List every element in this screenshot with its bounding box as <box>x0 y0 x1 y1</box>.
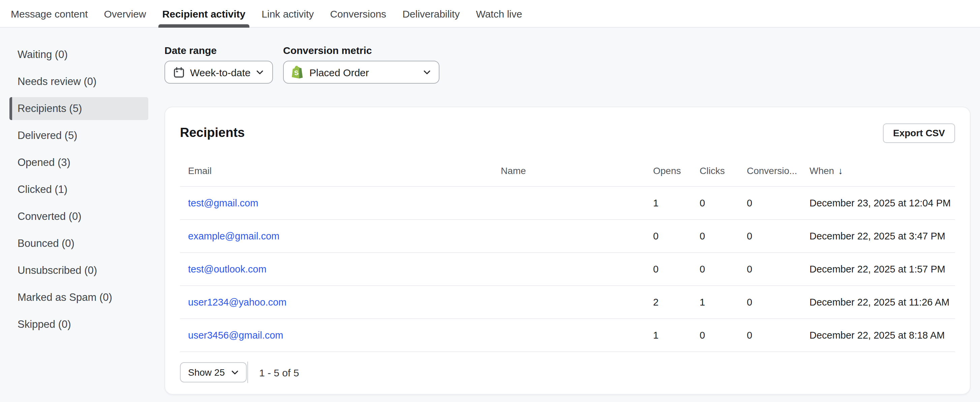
recipient-activity-page: Message content Overview Recipient activ… <box>0 0 980 402</box>
sidebar-item-waiting[interactable]: Waiting (0) <box>10 43 148 66</box>
sidebar-item-delivered[interactable]: Delivered (5) <box>10 124 148 147</box>
filter-bar: Date range Week-to-date <box>164 45 970 84</box>
sidebar-filter-list: Waiting (0) Needs review (0) Recipients … <box>0 28 164 395</box>
card-title: Recipients <box>180 126 245 140</box>
recipient-email-link[interactable]: user1234@yahoo.com <box>188 297 286 308</box>
cell-clicks: 0 <box>692 220 739 253</box>
tab-link-activity[interactable]: Link activity <box>261 0 314 27</box>
recipient-email-link[interactable]: user3456@gmail.com <box>188 330 283 341</box>
sidebar-item-unsubscribed[interactable]: Unsubscribed (0) <box>10 259 148 282</box>
cell-when: December 22, 2025 at 1:57 PM <box>802 253 955 286</box>
table-row: test@outlook.com 0 0 0 December 22, 2025… <box>180 253 955 286</box>
cell-conversions: 0 <box>739 319 802 352</box>
cell-opens: 0 <box>645 253 692 286</box>
card-header: Recipients Export CSV <box>180 122 955 144</box>
cell-clicks: 1 <box>692 286 739 319</box>
cell-opens: 2 <box>645 286 692 319</box>
conversion-metric-value: Placed Order <box>309 67 369 78</box>
column-header-conversions[interactable]: Conversio... <box>739 153 802 187</box>
cell-conversions: 0 <box>739 253 802 286</box>
cell-opens: 1 <box>645 319 692 352</box>
sidebar-item-recipients[interactable]: Recipients (5) <box>10 97 148 120</box>
tab-deliverability[interactable]: Deliverability <box>402 0 460 27</box>
recipients-table: Email Name Opens Clicks Conversio... Whe… <box>180 153 955 352</box>
table-row: user3456@gmail.com 1 0 0 December 22, 20… <box>180 319 955 352</box>
sort-descending-icon: ↓ <box>838 165 843 176</box>
chevron-down-icon <box>232 370 239 375</box>
tab-bar: Message content Overview Recipient activ… <box>0 0 980 28</box>
tab-watch-live[interactable]: Watch live <box>476 0 522 27</box>
sidebar-item-needs-review[interactable]: Needs review (0) <box>10 70 148 93</box>
tab-conversions[interactable]: Conversions <box>330 0 386 27</box>
page-size-label: Show 25 <box>188 367 225 378</box>
date-range-value: Week-to-date <box>190 67 251 78</box>
table-pagination: Show 25 1 - 5 of 5 <box>180 361 955 384</box>
conversion-metric-filter: Conversion metric S Placed Order <box>283 45 439 84</box>
column-header-opens[interactable]: Opens <box>645 153 692 187</box>
pagination-range: 1 - 5 of 5 <box>259 367 299 378</box>
cell-when: December 23, 2025 at 12:04 PM <box>802 187 955 220</box>
column-header-when-label: When <box>810 165 834 176</box>
table-row: example@gmail.com 0 0 0 December 22, 202… <box>180 220 955 253</box>
recipient-email-link[interactable]: test@outlook.com <box>188 264 267 274</box>
cell-conversions: 0 <box>739 286 802 319</box>
cell-when: December 22, 2025 at 11:26 AM <box>802 286 955 319</box>
chevron-down-icon <box>256 70 264 75</box>
conversion-metric-select[interactable]: S Placed Order <box>283 61 439 84</box>
recipient-email-link[interactable]: test@gmail.com <box>188 198 258 208</box>
tab-overview[interactable]: Overview <box>104 0 146 27</box>
page-size-select[interactable]: Show 25 <box>180 362 247 383</box>
page-body: Waiting (0) Needs review (0) Recipients … <box>0 28 980 395</box>
cell-clicks: 0 <box>692 253 739 286</box>
recipient-email-link[interactable]: example@gmail.com <box>188 231 279 241</box>
cell-name <box>493 253 645 286</box>
shopify-icon: S <box>292 65 304 79</box>
recipients-card: Recipients Export CSV Email Name Opens C… <box>164 107 970 395</box>
sidebar-item-converted[interactable]: Converted (0) <box>10 205 148 228</box>
export-csv-button[interactable]: Export CSV <box>883 123 955 143</box>
column-header-when[interactable]: When↓ <box>802 153 955 187</box>
column-header-email[interactable]: Email <box>180 153 493 187</box>
sidebar-item-marked-as-spam[interactable]: Marked as Spam (0) <box>10 286 148 309</box>
tab-recipient-activity[interactable]: Recipient activity <box>162 0 246 27</box>
date-range-select[interactable]: Week-to-date <box>164 61 273 84</box>
table-header-row: Email Name Opens Clicks Conversio... Whe… <box>180 153 955 187</box>
chevron-down-icon <box>423 70 431 75</box>
column-header-clicks[interactable]: Clicks <box>692 153 739 187</box>
sidebar-item-opened[interactable]: Opened (3) <box>10 151 148 174</box>
cell-name <box>493 286 645 319</box>
pagination-divider <box>248 362 248 383</box>
conversion-metric-label: Conversion metric <box>283 45 439 56</box>
svg-text:S: S <box>294 69 299 77</box>
table-row: test@gmail.com 1 0 0 December 23, 2025 a… <box>180 187 955 220</box>
main-content: Date range Week-to-date <box>164 28 980 395</box>
cell-when: December 22, 2025 at 3:47 PM <box>802 220 955 253</box>
cell-clicks: 0 <box>692 187 739 220</box>
column-header-name[interactable]: Name <box>493 153 645 187</box>
cell-opens: 0 <box>645 220 692 253</box>
sidebar-item-skipped[interactable]: Skipped (0) <box>10 313 148 336</box>
date-range-filter: Date range Week-to-date <box>164 45 273 84</box>
cell-clicks: 0 <box>692 319 739 352</box>
cell-name <box>493 187 645 220</box>
cell-name <box>493 220 645 253</box>
cell-when: December 22, 2025 at 8:18 AM <box>802 319 955 352</box>
sidebar-item-bounced[interactable]: Bounced (0) <box>10 232 148 255</box>
table-row: user1234@yahoo.com 2 1 0 December 22, 20… <box>180 286 955 319</box>
cell-conversions: 0 <box>739 187 802 220</box>
cell-name <box>493 319 645 352</box>
sidebar-item-clicked[interactable]: Clicked (1) <box>10 178 148 201</box>
date-range-label: Date range <box>164 45 273 56</box>
cell-conversions: 0 <box>739 220 802 253</box>
calendar-icon <box>173 67 185 78</box>
cell-opens: 1 <box>645 187 692 220</box>
tab-message-content[interactable]: Message content <box>11 0 88 27</box>
